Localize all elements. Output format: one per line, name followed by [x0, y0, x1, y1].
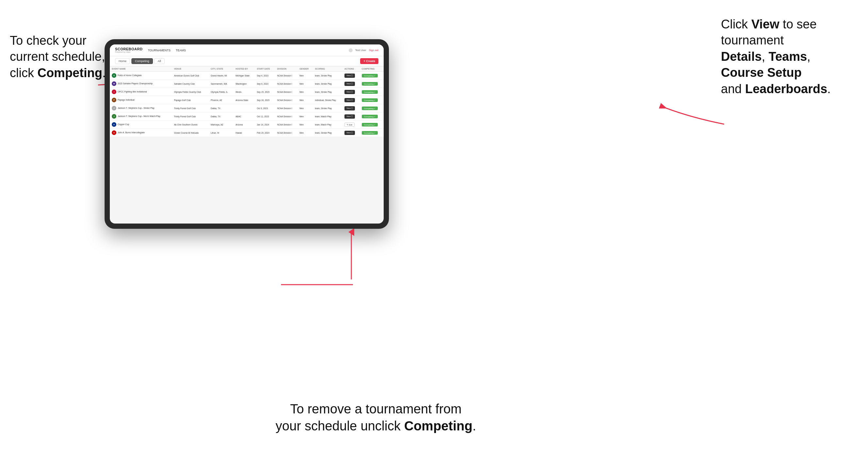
division-cell: NCAA Division I: [275, 121, 298, 129]
create-button[interactable]: + Create: [360, 58, 378, 64]
venue-cell: Sahalee Country Club: [172, 80, 209, 88]
scoring-cell: team, Stroke Play: [313, 129, 342, 137]
actions-cell: View ⓘ: [342, 104, 360, 113]
event-name-cell: SFolds of Honor Collegiate: [110, 71, 172, 80]
hosted-cell: Hawaii: [234, 129, 255, 137]
competing-button[interactable]: Competing ✓: [362, 115, 378, 118]
table-row: JJackson T. Stephens Cup - Men's Match P…: [110, 113, 384, 121]
view-button[interactable]: View ⓘ: [344, 82, 355, 86]
city-cell: Olympia Fields, IL: [209, 88, 234, 96]
start-date-cell: Jan 14, 2024: [255, 121, 275, 129]
start-date-cell: Sep 4, 2023: [255, 71, 275, 80]
competing-button[interactable]: Competing ✓: [362, 106, 378, 110]
start-date-cell: Oct 9, 2023: [255, 104, 275, 113]
view-button[interactable]: View ⓘ: [344, 90, 355, 94]
division-cell: NCAA Division I: [275, 113, 298, 121]
col-city: CITY, STATE: [209, 66, 234, 71]
gender-cell: Men: [298, 80, 313, 88]
tablet-screen: SCOREBOARD Powered by clippi TOURNAMENTS…: [110, 44, 384, 223]
table-container: EVENT NAME VENUE CITY, STATE HOSTED BY S…: [110, 66, 384, 137]
tab-home[interactable]: Home: [115, 58, 130, 64]
actions-cell: View ⓘ: [342, 96, 360, 104]
table-row: W2023 Sahalee Players ChampionshipSahale…: [110, 80, 384, 88]
city-cell: Sammamish, WA: [209, 80, 234, 88]
gender-cell: Men: [298, 113, 313, 121]
scoring-cell: team, Stroke Play: [313, 88, 342, 96]
actions-cell: View ⓘ: [342, 80, 360, 88]
competing-button[interactable]: Competing ✓: [362, 74, 378, 77]
col-actions: ACTIONS: [342, 66, 360, 71]
signout-link[interactable]: Sign out: [369, 49, 378, 52]
competing-button[interactable]: Competing ✓: [362, 98, 378, 102]
filter-tabs: Home Competing All: [115, 58, 165, 64]
nav-tournaments[interactable]: TOURNAMENTS: [148, 49, 170, 52]
event-name-cell: W2023 Sahalee Players Championship: [110, 80, 172, 88]
start-date-cell: Sep 15, 2023: [255, 88, 275, 96]
city-cell: Grand Haven, MI: [209, 71, 234, 80]
table-row: ACopper CupAk-Chin Southern DunesMaricop…: [110, 121, 384, 129]
user-name: Test User: [355, 49, 366, 52]
start-date-cell: Feb 15, 2024: [255, 129, 275, 137]
top-right-annotation: Click View to see tournament Details, Te…: [721, 16, 858, 97]
filter-bar: Home Competing All + Create: [110, 56, 384, 66]
tab-all[interactable]: All: [154, 58, 165, 64]
venue-cell: Trinity Forest Golf Club: [172, 104, 209, 113]
competing-cell: Competing ✓: [360, 113, 384, 121]
city-cell: Phoenix, AZ: [209, 96, 234, 104]
event-name-cell: IOFCC Fighting Illini Invitational: [110, 88, 172, 96]
bottom-arrow-horiz: [281, 280, 353, 289]
scoring-cell: team, Stroke Play: [313, 80, 342, 88]
event-name-cell: JJackson T. Stephens Cup - Men's Match P…: [110, 113, 172, 121]
city-cell: Maricopa, AZ: [209, 121, 234, 129]
table-row: JJackson T. Stephens Cup - Stroke PlayTr…: [110, 104, 384, 113]
hosted-cell: ABAC: [234, 113, 255, 121]
start-date-cell: Oct 11, 2023: [255, 113, 275, 121]
scoring-cell: team, Match Play: [313, 121, 342, 129]
tab-competing[interactable]: Competing: [131, 58, 153, 64]
header-right: Test User Sign out: [349, 49, 378, 52]
competing-button[interactable]: Competing ✓: [362, 131, 378, 135]
view-button[interactable]: View ⓘ: [344, 106, 355, 111]
col-venue: VENUE: [172, 66, 209, 71]
competing-cell: Competing ✓: [360, 71, 384, 80]
competing-cell: Competing ✓: [360, 104, 384, 113]
table-header-row: EVENT NAME VENUE CITY, STATE HOSTED BY S…: [110, 66, 384, 71]
division-cell: NCAA Division I: [275, 88, 298, 96]
scoring-cell: individual, Stroke Play: [313, 96, 342, 104]
competing-cell: Competing ✓: [360, 80, 384, 88]
view-button[interactable]: View ⓘ: [344, 131, 355, 135]
view-button[interactable]: View ⓘ: [344, 114, 355, 119]
nav-links: TOURNAMENTS TEAMS: [148, 49, 348, 52]
competing-button[interactable]: Competing ✓: [362, 90, 378, 94]
hosted-cell: [234, 104, 255, 113]
actions-cell: ✎ Edit: [342, 121, 360, 129]
scoring-cell: team, Stroke Play: [313, 104, 342, 113]
col-start-date: START DATE: [255, 66, 275, 71]
gender-cell: Men: [298, 88, 313, 96]
col-event-name: EVENT NAME: [110, 66, 172, 71]
nav-teams[interactable]: TEAMS: [176, 49, 186, 52]
competing-button[interactable]: Competing ✓: [362, 82, 378, 86]
table-row: IOFCC Fighting Illini InvitationalOlympi…: [110, 88, 384, 96]
brand-subtitle: Powered by clippi: [115, 51, 143, 53]
user-icon: [349, 49, 352, 52]
division-cell: NCAA Division I: [275, 104, 298, 113]
event-name-cell: ACopper Cup: [110, 121, 172, 129]
hosted-cell: Arizona: [234, 121, 255, 129]
venue-cell: Ocean Course At Hokuala: [172, 129, 209, 137]
edit-button[interactable]: ✎ Edit: [344, 123, 354, 127]
actions-cell: View ⓘ: [342, 88, 360, 96]
competing-button[interactable]: Competing ✓: [362, 123, 378, 126]
hosted-cell: Arizona State: [234, 96, 255, 104]
venue-cell: Olympia Fields Country Club: [172, 88, 209, 96]
tablet-frame: SCOREBOARD Powered by clippi TOURNAMENTS…: [104, 39, 389, 229]
hosted-cell: Washington: [234, 80, 255, 88]
view-button[interactable]: View ⓘ: [344, 73, 355, 78]
view-button[interactable]: View ⓘ: [344, 98, 355, 102]
competing-cell: Competing ✓: [360, 129, 384, 137]
city-cell: Dallas, TX: [209, 113, 234, 121]
gender-cell: Men: [298, 71, 313, 80]
venue-cell: Papago Golf Club: [172, 96, 209, 104]
brand-title: SCOREBOARD: [115, 48, 143, 51]
actions-cell: View ⓘ: [342, 129, 360, 137]
